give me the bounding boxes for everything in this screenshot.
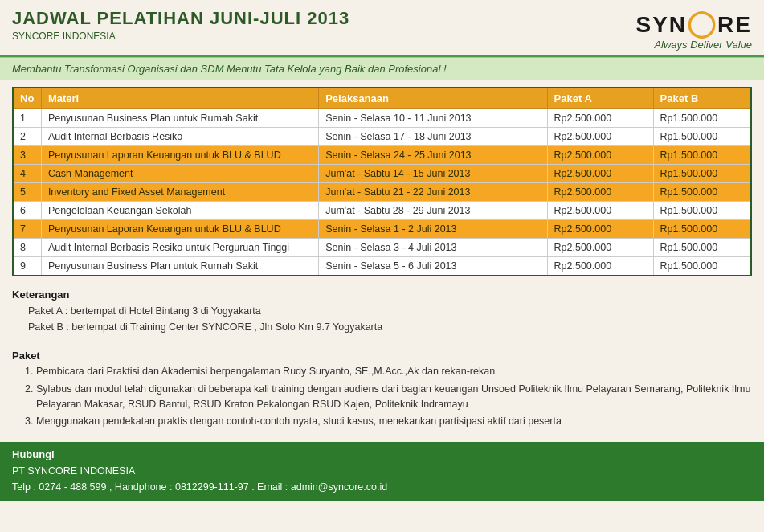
paket-list: Pembicara dari Praktisi dan Akademisi be…: [12, 364, 752, 429]
header-left: JADWAL PELATIHAN JUNI-JULI 2013 SYNCORE …: [12, 8, 349, 42]
table-cell: Senin - Selasa 24 - 25 Juni 2013: [319, 146, 547, 165]
keterangan-items: Paket A : bertempat di Hotel Bintang 3 d…: [12, 303, 752, 335]
col-header-no: No: [13, 88, 41, 109]
table-cell: Rp2.500.000: [547, 183, 653, 202]
table-row: 9Penyusunan Business Plan untuk Rumah Sa…: [13, 257, 751, 276]
table-cell: Penyusunan Business Plan untuk Rumah Sak…: [41, 257, 318, 276]
header-subtitle: SYNCORE INDONESIA: [12, 31, 349, 42]
table-cell: Senin - Selasa 3 - 4 Juli 2013: [319, 239, 547, 257]
logo-circle: ◯: [687, 9, 717, 38]
table-cell: 8: [13, 239, 41, 257]
keterangan-section: Keterangan Paket A : bertempat di Hotel …: [0, 284, 764, 339]
table-cell: Rp1.500.000: [653, 146, 751, 165]
table-cell: Rp1.500.000: [653, 128, 751, 146]
table-cell: Rp1.500.000: [653, 220, 751, 239]
table-cell: Rp2.500.000: [547, 146, 653, 165]
page-header: JADWAL PELATIHAN JUNI-JULI 2013 SYNCORE …: [0, 0, 764, 55]
table-row: 8Audit Internal Berbasis Resiko untuk Pe…: [13, 239, 751, 257]
schedule-table-section: No Materi Pelaksanaan Paket A Paket B 1P…: [0, 87, 764, 276]
table-cell: Rp2.500.000: [547, 109, 653, 128]
table-cell: Cash Management: [41, 165, 318, 183]
col-header-paketb: Paket B: [653, 88, 751, 109]
table-cell: Penyusunan Laporan Keuangan untuk BLU & …: [41, 220, 318, 239]
keterangan-item: Paket B : bertempat di Training Center S…: [28, 319, 752, 335]
keterangan-title: Keterangan: [12, 289, 752, 301]
table-cell: Rp2.500.000: [547, 128, 653, 146]
footer-contact: PT SYNCORE INDONESIATelp : 0274 - 488 59…: [12, 463, 752, 495]
col-header-materi: Materi: [41, 88, 318, 109]
table-cell: Rp1.500.000: [653, 165, 751, 183]
table-cell: 3: [13, 146, 41, 165]
table-cell: Inventory and Fixed Asset Management: [41, 183, 318, 202]
table-header-row: No Materi Pelaksanaan Paket A Paket B: [13, 88, 751, 109]
table-cell: Rp2.500.000: [547, 239, 653, 257]
table-row: 5Inventory and Fixed Asset ManagementJum…: [13, 183, 751, 202]
table-cell: Senin - Selasa 1 - 2 Juli 2013: [319, 220, 547, 239]
logo-text: SYN◯RE: [636, 8, 752, 39]
table-cell: Rp2.500.000: [547, 257, 653, 276]
table-cell: Rp1.500.000: [653, 239, 751, 257]
table-cell: Rp1.500.000: [653, 109, 751, 128]
table-cell: 7: [13, 220, 41, 239]
table-row: 2Audit Internal Berbasis ResikoSenin - S…: [13, 128, 751, 146]
table-cell: Senin - Selasa 10 - 11 Juni 2013: [319, 109, 547, 128]
table-cell: Rp2.500.000: [547, 202, 653, 220]
tagline-bar: Membantu Transformasi Organisasi dan SDM…: [0, 57, 764, 80]
table-cell: Senin - Selasa 5 - 6 Juli 2013: [319, 257, 547, 276]
table-cell: Penyusunan Laporan Keuangan untuk BLU & …: [41, 146, 318, 165]
table-cell: Rp2.500.000: [547, 165, 653, 183]
paket-list-item: Pembicara dari Praktisi dan Akademisi be…: [36, 364, 752, 379]
table-cell: Jum'at - Sabtu 21 - 22 Juni 2013: [319, 183, 547, 202]
table-cell: Audit Internal Berbasis Resiko untuk Per…: [41, 239, 318, 257]
col-header-pelaksanaan: Pelaksanaan: [319, 88, 547, 109]
table-cell: Pengelolaan Keuangan Sekolah: [41, 202, 318, 220]
logo-area: SYN◯RE Always Deliver Value: [636, 8, 752, 51]
table-cell: Rp1.500.000: [653, 202, 751, 220]
footer-line: Telp : 0274 - 488 599 , Handphone : 0812…: [12, 479, 752, 495]
table-cell: Rp1.500.000: [653, 257, 751, 276]
main-title: JADWAL PELATIHAN JUNI-JULI 2013: [12, 8, 349, 29]
table-cell: 9: [13, 257, 41, 276]
footer-title: Hubungi: [12, 448, 752, 460]
table-cell: Jum'at - Sabtu 14 - 15 Juni 2013: [319, 165, 547, 183]
table-row: 6Pengelolaan Keuangan SekolahJum'at - Sa…: [13, 202, 751, 220]
paket-title: Paket: [12, 350, 752, 362]
footer-section: Hubungi PT SYNCORE INDONESIATelp : 0274 …: [0, 442, 764, 501]
keterangan-item: Paket A : bertempat di Hotel Bintang 3 d…: [28, 303, 752, 319]
table-cell: Audit Internal Berbasis Resiko: [41, 128, 318, 146]
table-cell: Penyusunan Business Plan untuk Rumah Sak…: [41, 109, 318, 128]
paket-section: Paket Pembicara dari Praktisi dan Akadem…: [0, 339, 764, 436]
table-cell: Senin - Selasa 17 - 18 Juni 2013: [319, 128, 547, 146]
table-row: 4Cash ManagementJum'at - Sabtu 14 - 15 J…: [13, 165, 751, 183]
tagline-text: Membantu Transformasi Organisasi dan SDM…: [12, 63, 447, 75]
table-cell: 5: [13, 183, 41, 202]
table-body: 1Penyusunan Business Plan untuk Rumah Sa…: [13, 109, 751, 276]
footer-line: PT SYNCORE INDONESIA: [12, 463, 752, 479]
table-cell: Jum'at - Sabtu 28 - 29 Juni 2013: [319, 202, 547, 220]
table-cell: Rp1.500.000: [653, 183, 751, 202]
table-cell: Rp2.500.000: [547, 220, 653, 239]
table-cell: 4: [13, 165, 41, 183]
table-row: 1Penyusunan Business Plan untuk Rumah Sa…: [13, 109, 751, 128]
logo-tagline: Always Deliver Value: [636, 39, 752, 51]
table-cell: 2: [13, 128, 41, 146]
table-row: 7Penyusunan Laporan Keuangan untuk BLU &…: [13, 220, 751, 239]
table-cell: 6: [13, 202, 41, 220]
table-cell: 1: [13, 109, 41, 128]
paket-list-item: Sylabus dan modul telah digunakan di beb…: [36, 382, 752, 412]
col-header-paketa: Paket A: [547, 88, 653, 109]
paket-list-item: Menggunakan pendekatan praktis dengan co…: [36, 414, 752, 429]
table-row: 3Penyusunan Laporan Keuangan untuk BLU &…: [13, 146, 751, 165]
schedule-table: No Materi Pelaksanaan Paket A Paket B 1P…: [12, 87, 752, 276]
